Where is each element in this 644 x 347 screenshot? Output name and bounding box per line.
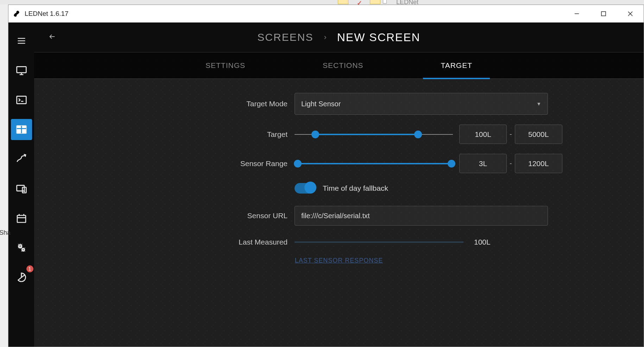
svg-rect-10 [17,96,26,103]
target-max-thumb[interactable] [414,131,422,138]
last-sensor-response-link[interactable]: LAST SENSOR RESPONSE [295,257,383,264]
target-mode-label: Target Mode [34,100,295,108]
chevron-right-icon: › [324,33,326,42]
last-measured-value: 100L [474,238,491,246]
sidebar-item-terminal[interactable] [11,89,32,111]
last-measured-bar [295,241,463,243]
badge-count: 1 [26,265,34,273]
folder-icon [370,0,380,4]
checkbox-icon [383,0,387,4]
folder-icon [338,0,348,4]
target-mode-select[interactable]: Light Sensor ▼ [295,93,548,115]
link-icon [13,10,20,18]
target-range-slider[interactable] [295,127,453,141]
maximize-button[interactable] [590,5,617,23]
window-title: LEDNet 1.6.17 [25,10,69,18]
sidebar-item-monitor[interactable] [11,60,32,81]
tab-target[interactable]: TARGET [434,53,479,77]
behind-window-text: Sha [0,229,11,236]
target-max-input[interactable]: 5000L [515,125,562,144]
svg-rect-7 [17,67,26,72]
breadcrumb-parent[interactable]: SCREENS [257,31,313,43]
sidebar: 1 [8,23,34,347]
sensor-min-input[interactable]: 3L [459,154,507,173]
last-measured-label: Last Measured [34,238,295,246]
breadcrumb-current: NEW SCREEN [337,31,421,44]
tab-settings[interactable]: SETTINGS [198,53,252,77]
svg-rect-18 [17,215,26,222]
dash-separator: - [510,159,512,168]
sidebar-item-schedule[interactable] [11,208,32,229]
fallback-label: Time of day fallback [323,184,388,193]
tabs-bar: SETTINGS SECTIONS TARGET [34,52,644,79]
sensor-range-slider[interactable] [295,157,453,171]
sensor-max-thumb[interactable] [448,160,455,168]
app-body: 1 SCREENS › NEW SCREEN SETTINGS SECTIONS [8,23,644,347]
desktop-taskbar-remnant: ✓ LEDNet [0,0,644,5]
fallback-toggle[interactable] [295,183,316,194]
form-area: Target Mode Light Sensor ▼ Target [34,79,644,347]
target-label: Target [34,130,295,139]
target-min-thumb[interactable] [311,131,319,138]
sidebar-item-settings[interactable] [11,237,32,258]
sidebar-item-stats[interactable]: 1 [11,267,32,288]
sensor-range-label: Sensor Range [34,159,295,168]
sensor-min-thumb[interactable] [294,160,302,168]
breadcrumb: SCREENS › NEW SCREEN [34,23,644,52]
sensor-url-label: Sensor URL [34,212,295,220]
svg-rect-15 [17,185,24,191]
svg-point-17 [24,191,25,192]
chevron-down-icon: ▼ [536,101,541,107]
main-content: SCREENS › NEW SCREEN SETTINGS SECTIONS T… [34,23,644,347]
menu-toggle[interactable] [11,30,32,51]
back-arrow-icon[interactable] [48,33,56,42]
dash-separator: - [510,130,512,138]
app-window: LEDNet 1.6.17 [8,5,644,347]
sidebar-item-screens[interactable] [11,119,32,140]
sensor-max-input[interactable]: 1200L [515,154,562,173]
toggle-knob [304,182,316,194]
close-button[interactable] [617,5,644,23]
sensor-url-input[interactable]: file:///c/Serial/serial.txt [295,206,548,226]
select-value: Light Sensor [301,100,341,108]
sidebar-item-devices[interactable] [11,178,32,199]
svg-rect-1 [601,12,606,16]
minimize-button[interactable] [563,5,590,23]
tab-sections[interactable]: SECTIONS [316,53,370,77]
sidebar-item-route[interactable] [11,149,32,170]
titlebar: LEDNet 1.6.17 [8,5,644,23]
target-min-input[interactable]: 100L [459,125,507,144]
